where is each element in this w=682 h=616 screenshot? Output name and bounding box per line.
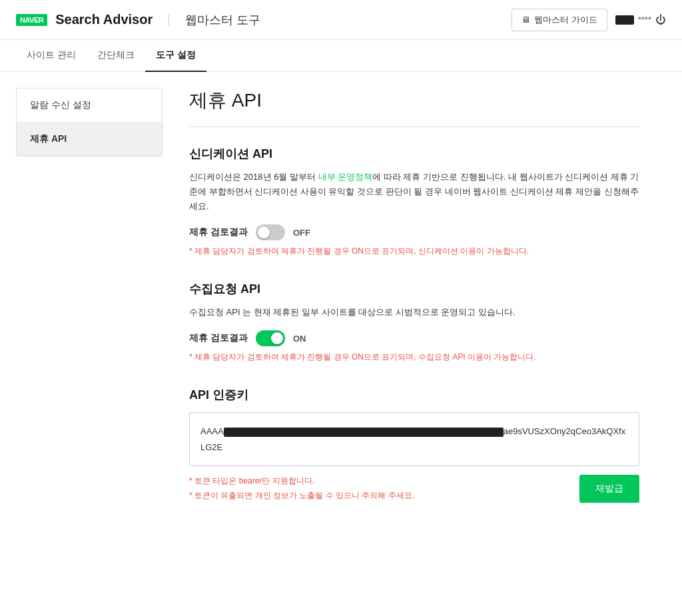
sidebar-item-api[interactable]: 제휴 API [17,123,162,156]
header-subtitle: 웹마스터 도구 [185,12,260,28]
syndication-toggle-row: 제휴 검토결과 OFF [189,224,639,240]
sidebar: 알람 수신 설정 제휴 API [16,88,163,156]
collection-api-title: 수집요청 API [189,281,639,297]
collection-api-desc: 수집요청 API 는 현재 제휴된 일부 사이트를 대상으로 시범적으로 운영되… [189,305,639,320]
user-info: **** ⏻ [615,14,666,26]
syndication-desc-part1: 신디케이션은 2018년 6월 말부터 [189,172,318,182]
guide-button-label: 웹마스터 가이드 [534,14,597,26]
nav-item-site-management[interactable]: 사이트 관리 [16,40,87,72]
guide-icon: 🖥 [521,15,530,25]
syndication-toggle[interactable] [256,224,285,240]
syndication-api-section: 신디케이션 API 신디케이션은 2018년 6월 말부터 내부 운영정책에 따… [189,146,639,257]
notes-and-btn: * 토큰 타입은 bearer만 지원합니다. * 토큰이 유출되면 개인 정보… [189,474,639,503]
syndication-policy-link[interactable]: 내부 운영정책 [318,172,373,182]
sidebar-item-alarm[interactable]: 알람 수신 설정 [17,89,162,123]
nav-item-tool-settings[interactable]: 도구 설정 [145,40,206,72]
collection-toggle-label: 제휴 검토결과 [189,332,248,344]
api-note-1: * 토큰 타입은 bearer만 지원합니다. [189,474,414,489]
api-key-title: API 인증키 [189,387,639,403]
content-wrapper: 알람 수신 설정 제휴 API 제휴 API 신디케이션 API 신디케이션은 … [0,72,682,519]
header-left: NAVER Search Advisor 웹마스터 도구 [16,12,260,28]
webmaster-guide-button[interactable]: 🖥 웹마스터 가이드 [512,9,607,31]
collection-toggle-status: ON [293,334,306,344]
syndication-api-desc: 신디케이션은 2018년 6월 말부터 내부 운영정책에 따라 제휴 기반으로 … [189,170,639,214]
syndication-toggle-status: OFF [293,228,310,238]
collection-toggle-note: * 제휴 담당자가 검토하여 제휴가 진행될 경우 ON으로 표기되며, 수집요… [189,352,639,363]
collection-toggle[interactable] [256,330,285,346]
api-key-section: API 인증키 AAAAae9sVUSzXOny2qCeo3AkQXfxLG2E… [189,387,639,503]
api-key-masked [224,428,504,437]
naver-logo: NAVER [16,14,47,26]
syndication-toggle-note: * 제휴 담당자가 검토하여 제휴가 진행될 경우 ON으로 표기되며, 신디케… [189,246,639,257]
api-key-prefix: AAAA [200,426,224,436]
main-nav: 사이트 관리 간단체크 도구 설정 [0,40,682,72]
header: NAVER Search Advisor 웹마스터 도구 🖥 웹마스터 가이드 … [0,0,682,40]
api-note-2: * 토큰이 유출되면 개인 정보가 노출될 수 있으니 주의해 주세요. [189,489,414,503]
reissue-button[interactable]: 재발급 [579,475,639,503]
syndication-api-title: 신디케이션 API [189,146,639,162]
syndication-toggle-label: 제휴 검토결과 [189,226,248,238]
nav-item-quick-check[interactable]: 간단체크 [87,40,145,72]
user-avatar [615,15,634,25]
header-title: Search Advisor [55,12,153,27]
page-title: 제휴 API [189,88,639,113]
main-content: 제휴 API 신디케이션 API 신디케이션은 2018년 6월 말부터 내부 … [163,88,666,503]
api-key-box: AAAAae9sVUSzXOny2qCeo3AkQXfxLG2E [189,412,639,466]
power-icon[interactable]: ⏻ [655,14,666,26]
header-right: 🖥 웹마스터 가이드 **** ⏻ [512,9,666,31]
collection-toggle-row: 제휴 검토결과 ON [189,330,639,346]
user-stars: **** [638,15,651,25]
api-notes: * 토큰 타입은 bearer만 지원합니다. * 토큰이 유출되면 개인 정보… [189,474,414,503]
section-divider [189,127,639,127]
header-divider [169,13,169,27]
collection-api-section: 수집요청 API 수집요청 API 는 현재 제휴된 일부 사이트를 대상으로 … [189,281,639,363]
